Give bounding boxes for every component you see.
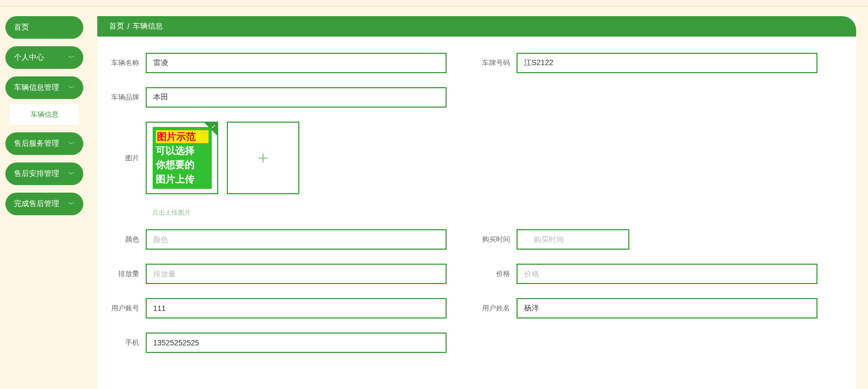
label-brand: 车辆品牌 [103,93,146,102]
chevron-down-icon: ﹀ [68,169,75,179]
breadcrumb: 首页 / 车辆信息 [97,16,856,37]
label-phone: 手机 [103,338,146,348]
label-price: 价格 [474,269,517,279]
upload-hint: 点击上传图片 [152,208,851,217]
nav-label: 个人中心 [14,53,44,62]
plus-icon: + [258,147,269,168]
nav-home[interactable]: 首页 [5,16,83,39]
label-emission: 排放量 [103,269,146,279]
chevron-down-icon: ﹀ [68,200,75,209]
label-image: 图片 [103,153,146,163]
image-thumbnail[interactable]: 图片示范 可以选择 你想要的 图片上传 [146,122,218,194]
brand-input[interactable] [146,87,447,108]
breadcrumb-home[interactable]: 首页 [109,22,124,31]
nav-sub-vehicle-info[interactable]: 车辆信息 [10,104,79,125]
nav-personal-center[interactable]: 个人中心 ﹀ [5,46,83,69]
image-upload-add[interactable]: + [227,122,299,194]
check-icon [204,123,217,136]
breadcrumb-current: 车辆信息 [133,22,163,31]
nav-label: 车辆信息管理 [14,83,59,93]
buy-time-input[interactable] [517,229,629,250]
nav-vehicle-info-mgmt[interactable]: 车辆信息管理 ﹀ [5,76,83,99]
label-buy-time: 购买时间 [474,235,517,244]
label-plate-no: 车牌号码 [474,58,517,68]
nav-sub-label: 车辆信息 [31,110,59,118]
nav-aftersales-service-mgmt[interactable]: 售后服务管理 ﹀ [5,132,83,155]
breadcrumb-sep: / [127,22,130,31]
sidebar: 首页 个人中心 ﹀ 车辆信息管理 ﹀ 车辆信息 售后服务管理 ﹀ 售后安排管理 … [0,6,89,389]
chevron-down-icon: ﹀ [68,53,75,62]
color-input[interactable] [146,229,447,250]
emission-input[interactable] [146,264,447,284]
main-panel: 首页 / 车辆信息 车辆名称 车牌号码 车辆品牌 [97,16,856,389]
chevron-down-icon: ﹀ [68,83,75,93]
nav-label: 完成售后管理 [14,199,59,209]
phone-input[interactable] [146,333,447,353]
plate-no-input[interactable] [517,53,817,73]
label-vehicle-name: 车辆名称 [103,58,146,68]
label-user-name: 用户姓名 [474,303,517,313]
nav-label: 售后安排管理 [14,169,59,179]
label-user-account: 用户账号 [103,303,146,313]
nav-label: 首页 [14,23,29,32]
vehicle-name-input[interactable] [146,53,447,73]
sample-image: 图片示范 可以选择 你想要的 图片上传 [153,127,212,189]
price-input[interactable] [517,264,817,284]
nav-aftersales-arrange-mgmt[interactable]: 售后安排管理 ﹀ [5,162,83,185]
form: 车辆名称 车牌号码 车辆品牌 图片 [97,37,856,372]
user-name-input[interactable] [517,298,817,319]
label-color: 颜色 [103,235,146,244]
nav-finish-aftersales-mgmt[interactable]: 完成售后管理 ﹀ [5,193,83,215]
nav-label: 售后服务管理 [14,139,59,148]
chevron-down-icon: ﹀ [68,139,75,148]
user-account-input[interactable] [146,298,447,319]
